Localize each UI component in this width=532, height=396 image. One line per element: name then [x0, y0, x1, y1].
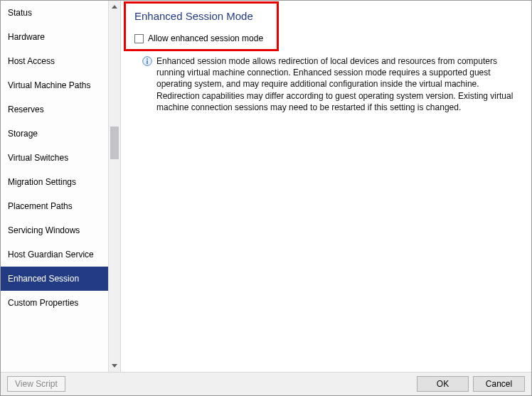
sidebar-item-virtual-switches[interactable]: Virtual Switches: [1, 146, 120, 170]
sidebar-item-servicing-windows[interactable]: Servicing Windows: [1, 218, 120, 242]
sidebar-item-label: Migration Settings: [8, 177, 76, 187]
sidebar-item-storage[interactable]: Storage: [1, 122, 120, 146]
sidebar-item-migration-settings[interactable]: Migration Settings: [1, 170, 120, 194]
allow-enhanced-session-checkbox[interactable]: Allow enhanced session mode: [134, 33, 268, 43]
sidebar-item-label: Custom Properties: [8, 298, 78, 308]
svg-point-1: [147, 58, 148, 60]
section-title: Enhanced Session Mode: [134, 10, 268, 22]
info-block: Enhanced session mode allows redirection…: [142, 55, 517, 113]
svg-rect-2: [147, 60, 148, 64]
sidebar-item-custom-properties[interactable]: Custom Properties: [1, 291, 120, 315]
checkbox-label: Allow enhanced session mode: [148, 33, 263, 43]
sidebar-item-label: Enhanced Session: [8, 274, 79, 284]
sidebar-item-placement-paths[interactable]: Placement Paths: [1, 194, 120, 218]
sidebar-item-vm-paths[interactable]: Virtual Machine Paths: [1, 73, 120, 97]
ok-button[interactable]: OK: [417, 376, 469, 392]
sidebar-item-label: Storage: [8, 129, 38, 139]
sidebar-list: Status Hardware Host Access Virtual Mach…: [1, 1, 120, 372]
sidebar-item-label: Placement Paths: [8, 201, 73, 211]
sidebar-item-label: Virtual Machine Paths: [8, 80, 91, 90]
view-script-button[interactable]: View Script: [7, 376, 65, 392]
scrollbar-track[interactable]: [109, 13, 120, 360]
dialog-footer: View Script OK Cancel: [1, 372, 531, 395]
content-panel: Enhanced Session Mode Allow enhanced ses…: [121, 1, 531, 372]
scroll-down-icon[interactable]: [109, 360, 120, 372]
sidebar-item-enhanced-session[interactable]: Enhanced Session: [1, 267, 120, 291]
sidebar-item-label: Host Guardian Service: [8, 250, 94, 259]
sidebar-item-label: Host Access: [8, 56, 55, 66]
scrollbar-thumb[interactable]: [110, 127, 119, 159]
sidebar-item-reserves[interactable]: Reserves: [1, 97, 120, 122]
sidebar-item-label: Virtual Switches: [8, 153, 68, 163]
highlight-annotation: Enhanced Session Mode Allow enhanced ses…: [124, 1, 279, 51]
info-text: Enhanced session mode allows redirection…: [156, 55, 517, 113]
main-area: Status Hardware Host Access Virtual Mach…: [1, 1, 531, 372]
sidebar-item-label: Hardware: [8, 32, 45, 42]
scroll-up-icon[interactable]: [109, 1, 120, 13]
info-icon: [142, 56, 152, 66]
sidebar-item-label: Reserves: [8, 105, 44, 114]
sidebar-item-status[interactable]: Status: [1, 1, 120, 25]
settings-sidebar: Status Hardware Host Access Virtual Mach…: [1, 1, 121, 372]
sidebar-item-label: Servicing Windows: [8, 225, 80, 235]
sidebar-scrollbar[interactable]: [108, 1, 120, 372]
checkbox-icon[interactable]: [134, 34, 144, 43]
sidebar-item-host-guardian-service[interactable]: Host Guardian Service: [1, 242, 120, 267]
cancel-button[interactable]: Cancel: [473, 376, 525, 392]
sidebar-item-hardware[interactable]: Hardware: [1, 25, 120, 49]
sidebar-item-host-access[interactable]: Host Access: [1, 49, 120, 73]
sidebar-item-label: Status: [8, 8, 32, 18]
